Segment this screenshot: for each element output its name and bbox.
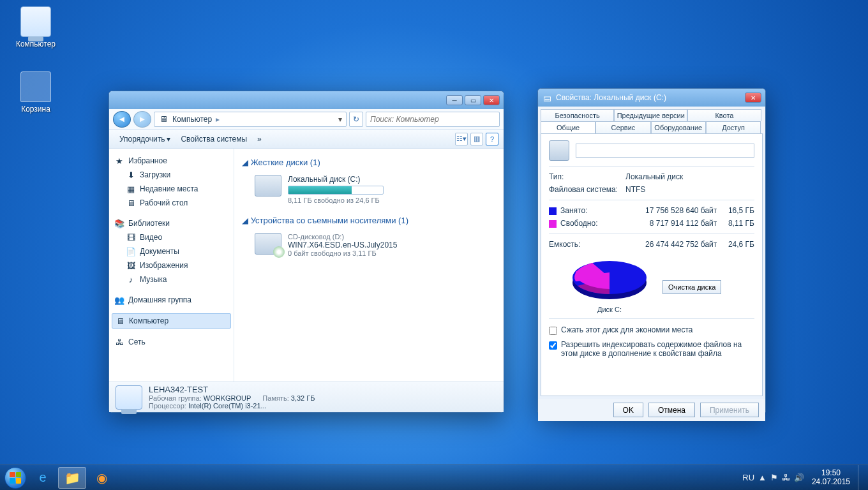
computer-name: LEHA342-TEST	[149, 385, 315, 394]
ie-icon: e	[39, 470, 46, 485]
desktop-icon-computer[interactable]: Компьютер	[11, 6, 60, 48]
tree-homegroup[interactable]: 👥Домашняя группа	[112, 293, 231, 307]
tree-videos[interactable]: 🎞Видео	[112, 230, 231, 244]
minimize-button[interactable]: ─	[446, 95, 463, 105]
used-color-swatch	[549, 207, 557, 215]
explorer-window: ─ ▭ ✕ ◄ ► 🖥 Компьютер ▸ ▾ ↻ Упорядочить▾…	[108, 91, 504, 413]
document-icon: 📄	[126, 246, 136, 256]
desktop-icon-recycle-bin[interactable]: Корзина	[11, 71, 60, 114]
network-icon[interactable]: 🖧	[782, 473, 790, 482]
drive-c[interactable]: Локальный диск (C:) 8,11 ГБ свободно из …	[242, 171, 496, 212]
windows-logo-icon	[4, 467, 26, 489]
close-button[interactable]: ✕	[745, 93, 761, 103]
computer-icon: 🖥	[158, 114, 168, 124]
explorer-titlebar[interactable]: ─ ▭ ✕	[109, 91, 504, 109]
tab-quota[interactable]: Квота	[687, 109, 761, 121]
tabs-row-1: Безопасность Предыдущие версии Квота Общ…	[538, 107, 765, 133]
clock[interactable]: 19:50 24.07.2015	[808, 469, 854, 487]
tree-documents[interactable]: 📄Документы	[112, 244, 231, 258]
chevron-down-icon: ▾	[167, 135, 170, 144]
apply-button[interactable]: Применить	[700, 403, 759, 417]
homegroup-icon: 👥	[114, 295, 124, 305]
start-button[interactable]	[3, 465, 28, 491]
compress-checkbox[interactable]: Сжать этот диск для экономии места	[549, 323, 754, 338]
maximize-button[interactable]: ▭	[465, 95, 481, 105]
tree-recent[interactable]: ▦Недавние места	[112, 182, 231, 196]
music-icon: ♪	[126, 274, 136, 285]
close-button[interactable]: ✕	[483, 95, 500, 105]
hdd-icon: 🖴	[542, 93, 552, 103]
clock-time: 19:50	[812, 469, 850, 478]
tab-hardware[interactable]: Оборудование	[651, 121, 706, 133]
tree-favorites[interactable]: ★Избранное	[112, 154, 231, 168]
drive-name: CD-дисковод (D:)	[288, 233, 397, 241]
recycle-bin-icon	[20, 71, 51, 102]
pie-label: Диск C:	[568, 304, 651, 313]
volume-icon[interactable]: 🔊	[794, 473, 804, 482]
nav-forward-button[interactable]: ►	[133, 111, 151, 128]
free-color-swatch	[549, 220, 557, 228]
help-button[interactable]: ?	[486, 133, 498, 145]
disk-cleanup-button[interactable]: Очистка диска	[662, 280, 721, 294]
taskbar: e 📁 ◉ RU ▲ ⚑ 🖧 🔊 19:50 24.07.2015	[0, 464, 868, 490]
view-mode-button[interactable]: ☷▾	[455, 133, 468, 145]
show-hidden-icons[interactable]: ▲	[758, 473, 767, 482]
preview-pane-button[interactable]: ▥	[470, 133, 483, 145]
drive-free-text: 0 байт свободно из 3,11 ГБ	[288, 249, 397, 257]
ok-button[interactable]: OK	[613, 403, 643, 417]
computer-icon	[20, 6, 51, 37]
properties-titlebar[interactable]: 🖴 Свойства: Локальный диск (C:) ✕	[538, 89, 765, 107]
address-dropdown[interactable]: ▾	[338, 115, 342, 124]
toolbar-overflow-button[interactable]: »	[252, 132, 267, 146]
taskbar-media-player[interactable]: ◉	[87, 467, 116, 489]
nav-back-button[interactable]: ◄	[113, 111, 131, 128]
section-removable[interactable]: ◢ Устройства со съемными носителями (1)	[242, 212, 496, 229]
section-hard-drives[interactable]: ◢ Жесткие диски (1)	[242, 154, 496, 171]
media-player-icon: ◉	[96, 470, 107, 486]
tree-libraries[interactable]: 📚Библиотеки	[112, 216, 231, 230]
desktop-icon: 🖥	[126, 198, 136, 208]
drive-free-text: 8,11 ГБ свободно из 24,6 ГБ	[288, 197, 384, 204]
action-center-icon[interactable]: ⚑	[770, 473, 778, 482]
explorer-nav: ◄ ► 🖥 Компьютер ▸ ▾ ↻	[109, 109, 504, 130]
index-checkbox[interactable]: Разрешить индексировать содержимое файло…	[549, 338, 754, 360]
tree-music[interactable]: ♪Музыка	[112, 272, 231, 286]
tab-previous-versions[interactable]: Предыдущие версии	[614, 109, 687, 121]
system-properties-button[interactable]: Свойства системы	[176, 132, 252, 146]
tree-downloads[interactable]: ⬇Загрузки	[112, 168, 231, 182]
computer-icon	[116, 385, 142, 410]
hdd-icon	[549, 140, 569, 161]
address-bar[interactable]: 🖥 Компьютер ▸ ▾	[154, 112, 347, 127]
search-input[interactable]	[366, 112, 500, 127]
language-indicator[interactable]: RU	[742, 473, 754, 482]
star-icon: ★	[114, 156, 124, 166]
refresh-button[interactable]: ↻	[349, 112, 363, 127]
drive-d[interactable]: CD-дисковод (D:) WIN7.X64.ESD.en-US.July…	[242, 229, 496, 265]
drive-capacity-bar	[288, 186, 384, 195]
tab-general[interactable]: Общие	[541, 121, 595, 133]
tree-desktop[interactable]: 🖥Рабочий стол	[112, 196, 231, 210]
tree-computer[interactable]: 🖥Компьютер	[112, 313, 231, 329]
show-desktop-button[interactable]	[858, 465, 863, 491]
drive-label: WIN7.X64.ESD.en-US.July2015	[288, 241, 397, 249]
tab-security[interactable]: Безопасность	[541, 109, 614, 121]
folder-icon: 📁	[64, 470, 80, 486]
system-tray: RU ▲ ⚑ 🖧 🔊 19:50 24.07.2015	[742, 465, 865, 491]
nav-tree: ★Избранное ⬇Загрузки ▦Недавние места 🖥Ра…	[109, 149, 234, 382]
taskbar-ie[interactable]: e	[29, 467, 57, 489]
recent-icon: ▦	[126, 184, 136, 194]
tab-sharing[interactable]: Доступ	[706, 121, 761, 133]
taskbar-explorer[interactable]: 📁	[58, 467, 86, 489]
desktop-icon-label: Корзина	[11, 105, 60, 114]
image-icon: 🖼	[126, 260, 136, 271]
breadcrumb-segment[interactable]: Компьютер	[172, 115, 212, 124]
cancel-button[interactable]: Отмена	[648, 403, 695, 417]
chevron-right-icon[interactable]: ▸	[216, 115, 220, 124]
volume-label-input[interactable]	[576, 144, 754, 158]
explorer-toolbar: Упорядочить▾ Свойства системы » ☷▾ ▥ ?	[109, 130, 504, 149]
tab-tools[interactable]: Сервис	[595, 121, 650, 133]
tree-network[interactable]: 🖧Сеть	[112, 335, 231, 349]
tree-pictures[interactable]: 🖼Изображения	[112, 258, 231, 272]
organize-button[interactable]: Упорядочить▾	[114, 132, 176, 146]
network-icon: 🖧	[114, 337, 124, 347]
